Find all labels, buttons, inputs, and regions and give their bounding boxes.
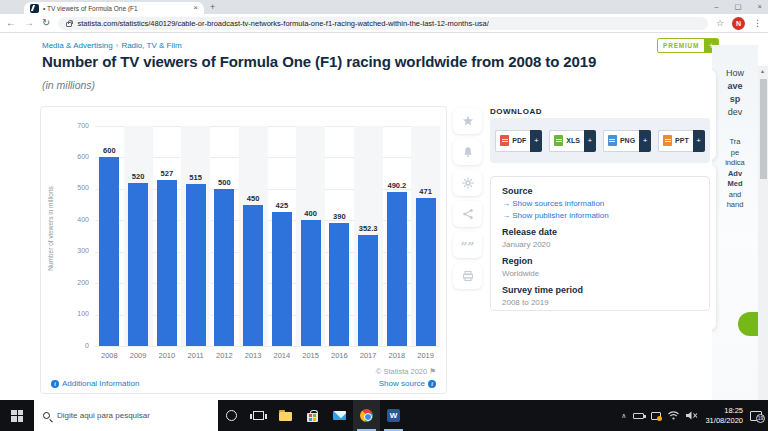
promo-text-fragment: hand bbox=[712, 200, 758, 211]
bar[interactable] bbox=[272, 212, 292, 346]
scrollbar-up-icon[interactable]: ▲ bbox=[760, 68, 765, 74]
tab-close-icon[interactable]: × bbox=[193, 4, 198, 12]
x-axis-labels: 2008200920102011201220132014201520162017… bbox=[95, 351, 440, 360]
word-button[interactable]: W bbox=[380, 400, 407, 431]
bar[interactable] bbox=[358, 235, 378, 346]
bar-slot: 490.2 bbox=[383, 126, 412, 346]
bar[interactable] bbox=[157, 180, 177, 346]
print-button[interactable] bbox=[453, 263, 482, 289]
promo-text-fragment: sp bbox=[712, 93, 758, 106]
bar[interactable] bbox=[243, 205, 263, 346]
promo-green-button[interactable] bbox=[738, 312, 758, 336]
x-axis-label: 2011 bbox=[181, 351, 210, 360]
bar[interactable] bbox=[301, 220, 321, 346]
window-minimize-button[interactable]: – bbox=[714, 3, 718, 11]
gridline bbox=[95, 346, 440, 347]
bar[interactable] bbox=[99, 157, 119, 346]
file-explorer-button[interactable] bbox=[272, 400, 299, 431]
windows-taskbar: Digite aqui para pesquisar W ∧ 18:25 31/… bbox=[0, 400, 768, 431]
bar[interactable] bbox=[128, 183, 148, 346]
download-ppt-button[interactable]: PPT+ bbox=[658, 130, 705, 152]
bar-value-label: 450 bbox=[247, 194, 260, 203]
bar-slot: 450 bbox=[239, 126, 268, 346]
additional-information-link[interactable]: i Additional Information bbox=[51, 379, 139, 388]
arrow-icon: → bbox=[502, 199, 510, 208]
region-value: Worldwide bbox=[502, 269, 698, 278]
profile-avatar[interactable]: N bbox=[732, 17, 745, 30]
premium-button[interactable]: PREMIUM + bbox=[657, 38, 719, 53]
new-tab-button[interactable]: + bbox=[210, 2, 215, 12]
promo-text-fragment: Med bbox=[712, 179, 758, 190]
info-icon: i bbox=[51, 380, 59, 388]
action-center-icon[interactable]: 19 bbox=[750, 411, 762, 421]
bar[interactable] bbox=[387, 192, 407, 346]
url-bar[interactable]: statista.com/statistics/480129/cable-or-… bbox=[58, 17, 708, 30]
reload-icon[interactable]: ↻ bbox=[42, 18, 50, 28]
share-button[interactable] bbox=[453, 201, 482, 227]
taskbar-search-input[interactable]: Digite aqui para pesquisar bbox=[34, 400, 218, 431]
download-heading: DOWNLOAD bbox=[490, 107, 542, 116]
bar-value-label: 352.3 bbox=[359, 224, 378, 233]
bookmark-star-icon[interactable]: ☆ bbox=[716, 18, 724, 28]
scrollbar-thumb[interactable] bbox=[760, 79, 767, 179]
battery-icon[interactable] bbox=[633, 413, 644, 419]
bar[interactable] bbox=[214, 189, 234, 346]
promo-text-fragment: ave bbox=[712, 80, 758, 93]
start-button[interactable] bbox=[0, 400, 34, 431]
star-icon bbox=[462, 115, 474, 127]
window-maximize-button[interactable]: ▢ bbox=[735, 3, 742, 11]
chart-copyright: © Statista 2020 ⚑ bbox=[376, 367, 436, 376]
chrome-icon bbox=[360, 409, 373, 422]
hidden-icons-chevron[interactable]: ∧ bbox=[621, 412, 626, 420]
browser-tab[interactable]: • TV viewers of Formula One (F1 × bbox=[24, 2, 204, 14]
window-close-button[interactable]: × bbox=[758, 3, 762, 11]
back-icon[interactable]: ← bbox=[6, 18, 16, 28]
info-icon: i bbox=[428, 380, 436, 388]
page-content: Media & Advertising›Radio, TV & Film PRE… bbox=[0, 33, 768, 400]
bar-slot: 527 bbox=[153, 126, 182, 346]
show-sources-information-link[interactable]: → Show sources information bbox=[502, 199, 698, 208]
gear-icon bbox=[462, 177, 474, 189]
cortana-button[interactable] bbox=[218, 400, 245, 431]
y-tick-label: 400 bbox=[61, 216, 89, 223]
microsoft-store-button[interactable] bbox=[299, 400, 326, 431]
bar[interactable] bbox=[186, 184, 206, 346]
bar[interactable] bbox=[329, 223, 349, 346]
tablet-notification-icon[interactable] bbox=[651, 412, 661, 420]
volume-muted-icon[interactable] bbox=[686, 411, 698, 420]
x-axis-label: 2018 bbox=[383, 351, 412, 360]
task-view-button[interactable] bbox=[245, 400, 272, 431]
download-xls-button[interactable]: XLS+ bbox=[549, 130, 596, 152]
quote-icon: ”” bbox=[461, 246, 475, 251]
show-publisher-information-link[interactable]: → Show publisher information bbox=[502, 211, 698, 220]
windows-logo-icon bbox=[11, 410, 23, 422]
url-text: statista.com/statistics/480129/cable-or-… bbox=[77, 19, 488, 28]
search-placeholder: Digite aqui para pesquisar bbox=[57, 411, 150, 420]
alert-bell-button[interactable] bbox=[453, 139, 482, 165]
forward-icon[interactable]: → bbox=[24, 18, 34, 28]
promo-text-fragment: pe bbox=[712, 148, 758, 159]
bar[interactable] bbox=[416, 198, 436, 346]
bar-value-label: 400 bbox=[304, 209, 317, 218]
show-source-link[interactable]: Show source i bbox=[379, 379, 436, 388]
flag-icon[interactable]: ⚑ bbox=[429, 367, 436, 376]
browser-menu-icon[interactable]: ⋮ bbox=[753, 18, 762, 28]
chrome-button[interactable] bbox=[353, 400, 380, 431]
source-panel: Source → Show sources information → Show… bbox=[490, 176, 710, 311]
release-date-value: January 2020 bbox=[502, 240, 698, 249]
arrow-icon: → bbox=[502, 211, 510, 220]
mail-button[interactable] bbox=[326, 400, 353, 431]
taskbar-clock[interactable]: 18:25 31/08/2020 bbox=[705, 406, 743, 426]
bar-slot: 500 bbox=[210, 126, 239, 346]
download-pdf-button[interactable]: PDF+ bbox=[495, 130, 542, 152]
breadcrumb-radio-tv-film[interactable]: Radio, TV & Film bbox=[121, 41, 181, 50]
page-scrollbar[interactable]: ▲ bbox=[758, 66, 768, 400]
settings-gear-button[interactable] bbox=[453, 170, 482, 196]
breadcrumb-media-advertising[interactable]: Media & Advertising bbox=[42, 41, 113, 50]
x-axis-label: 2019 bbox=[411, 351, 440, 360]
favorite-star-button[interactable] bbox=[453, 108, 482, 134]
wifi-icon[interactable] bbox=[668, 411, 679, 420]
download-png-button[interactable]: PNG+ bbox=[603, 130, 651, 152]
citation-button[interactable]: ”” bbox=[453, 232, 482, 258]
ppt-file-icon bbox=[663, 135, 672, 146]
